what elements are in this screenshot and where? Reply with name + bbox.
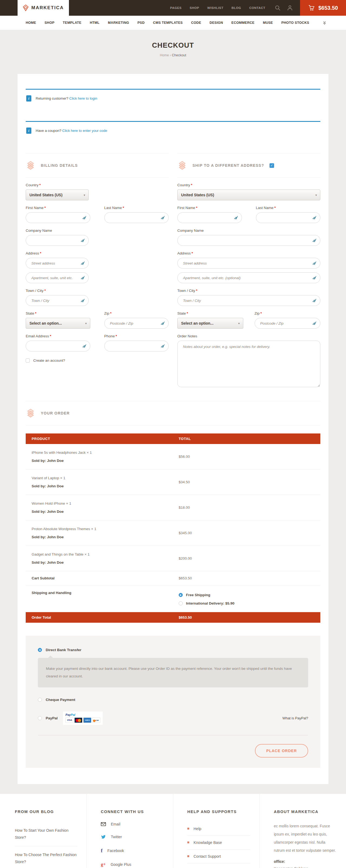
main-menu: HOME SHOP TEMPLATE HTML MARKETING PSD CM…: [0, 16, 346, 30]
menu-item-marketing[interactable]: MARKETING: [108, 21, 129, 25]
shipping-zip-input[interactable]: [255, 318, 321, 329]
twitter-icon: [101, 834, 106, 840]
ship-different-checkbox[interactable]: ✓: [270, 163, 274, 168]
chevron-down-icon[interactable]: [322, 21, 326, 25]
autofill-icon[interactable]: [312, 216, 316, 220]
login-link[interactable]: Click here to login: [69, 96, 97, 100]
menu-item-code[interactable]: CODE: [191, 21, 201, 25]
place-order-button[interactable]: PLACE ORDER: [255, 744, 308, 757]
menu-item-muse[interactable]: MUSE: [263, 21, 273, 25]
blog-link[interactable]: How To Start Your Own Fashion Store?: [15, 822, 77, 847]
paypal-radio[interactable]: [38, 716, 42, 720]
billing-first-name-input[interactable]: [26, 212, 90, 223]
shipping-country-select[interactable]: United States (US) ▾: [177, 189, 320, 200]
footer-connect-title: CONNECT WITH US: [101, 809, 164, 814]
cheque-payment-radio[interactable]: [38, 698, 42, 702]
free-shipping-radio[interactable]: [179, 593, 183, 597]
billing-phone-input[interactable]: [104, 341, 169, 351]
shipping-first-name-input[interactable]: [177, 212, 242, 223]
billing-town-input[interactable]: [26, 295, 89, 306]
autofill-icon[interactable]: [82, 216, 86, 220]
social-twitter-link[interactable]: Twitter: [101, 834, 164, 840]
top-nav-contact[interactable]: CONTACT: [249, 6, 266, 9]
top-header: MARKETICA PAGES SHOP WISHLIST BLOG CONTA…: [0, 0, 346, 16]
footer: FROM OUR BLOG How To Start Your Own Fash…: [0, 794, 346, 868]
top-nav-shop[interactable]: SHOP: [190, 6, 199, 9]
billing-country-select[interactable]: United States (US) ▾: [26, 189, 89, 200]
menu-item-ecommerce[interactable]: ECOMMERCE: [231, 21, 254, 25]
shipping-state-select[interactable]: Select an option... ▾: [177, 318, 243, 329]
autofill-icon[interactable]: [80, 261, 85, 265]
autofill-icon[interactable]: [80, 298, 85, 303]
bank-transfer-description: Make your payment directly into our bank…: [38, 658, 308, 687]
order-notes-textarea[interactable]: [177, 341, 320, 387]
social-facebook-link[interactable]: f Facebook: [101, 848, 164, 854]
shipping-street-input[interactable]: [177, 258, 320, 269]
cart-button[interactable]: $653.50: [300, 0, 346, 16]
autofill-icon[interactable]: [312, 321, 316, 326]
order-row: iPhone 5s with Headphones Jack × 1 Sold …: [26, 444, 320, 469]
brand-name: MARKETICA: [31, 5, 64, 10]
footer-about-column: ABOUT MARKETICA ec mollis lorem consequa…: [260, 794, 346, 868]
column-product: PRODUCT: [32, 437, 179, 441]
shipping-apartment-input[interactable]: [177, 272, 320, 283]
billing-zip-input[interactable]: [104, 318, 169, 329]
autofill-icon[interactable]: [80, 238, 85, 243]
billing-email-input[interactable]: [26, 341, 90, 351]
brand-logo[interactable]: MARKETICA: [18, 0, 69, 16]
autofill-icon[interactable]: [161, 344, 165, 348]
layers-icon: [26, 408, 35, 418]
faq-link[interactable]: FAQ: [187, 863, 250, 868]
menu-item-home[interactable]: HOME: [26, 21, 36, 25]
layers-icon: [177, 160, 187, 170]
international-delivery-radio[interactable]: [179, 601, 183, 606]
billing-company-input[interactable]: [26, 235, 89, 246]
autofill-icon[interactable]: [161, 216, 165, 220]
billing-apartment-input[interactable]: [26, 272, 89, 283]
chevron-down-icon: ▾: [85, 322, 86, 325]
email-icon: [101, 822, 106, 826]
menu-item-design[interactable]: DESIGN: [209, 21, 223, 25]
shipping-town-input[interactable]: [177, 295, 320, 306]
menu-item-photo-stocks[interactable]: PHOTO STOCKS: [281, 21, 309, 25]
top-nav: PAGES SHOP WISHLIST BLOG CONTACT: [170, 6, 265, 9]
autofill-icon[interactable]: [82, 344, 86, 348]
autofill-icon[interactable]: [80, 276, 85, 280]
autofill-icon[interactable]: [234, 216, 238, 220]
menu-item-psd[interactable]: PSD: [137, 21, 145, 25]
breadcrumb-home[interactable]: Home: [160, 53, 169, 57]
autofill-icon[interactable]: [312, 261, 316, 265]
account-icon[interactable]: [287, 5, 293, 11]
coupon-link[interactable]: Click here to enter your code: [62, 129, 107, 133]
autofill-icon[interactable]: [312, 298, 316, 303]
bank-transfer-radio[interactable]: [38, 648, 42, 652]
menu-item-cms-templates[interactable]: CMS TEMPLATES: [153, 21, 183, 25]
billing-last-name-input[interactable]: [104, 212, 169, 223]
social-email-link[interactable]: Email: [101, 822, 164, 826]
billing-state-select[interactable]: Select an option... ▾: [26, 318, 90, 329]
autofill-icon[interactable]: [161, 321, 165, 326]
footer-about-title: ABOUT MARKETICA: [274, 809, 337, 814]
billing-title: BILLING DETAILS: [41, 163, 78, 167]
search-icon[interactable]: [275, 5, 281, 11]
menu-item-template[interactable]: TEMPLATE: [63, 21, 81, 25]
shipping-company-input[interactable]: [177, 235, 320, 246]
what-is-paypal-link[interactable]: What is PayPal?: [282, 716, 308, 720]
blog-link[interactable]: How To Choose The Perfect Fashion Store?: [15, 846, 77, 868]
top-nav-pages[interactable]: PAGES: [170, 6, 181, 9]
order-row: Gadget and Things on the Table × 1 Sold …: [26, 546, 320, 571]
contact-support-link[interactable]: Contact Support: [187, 849, 250, 863]
menu-item-shop[interactable]: SHOP: [45, 21, 55, 25]
create-account-checkbox[interactable]: [26, 359, 30, 363]
top-nav-blog[interactable]: BLOG: [232, 6, 241, 9]
billing-street-input[interactable]: [26, 258, 89, 269]
top-nav-wishlist[interactable]: WISHLIST: [207, 6, 223, 9]
autofill-icon[interactable]: [312, 238, 316, 243]
social-googleplus-link[interactable]: g+ Google Plus: [101, 862, 164, 867]
help-link[interactable]: Help: [187, 822, 250, 836]
autofill-icon[interactable]: [312, 276, 316, 280]
knowledge-base-link[interactable]: Knowladge Base: [187, 836, 250, 849]
shipping-last-name-input[interactable]: [256, 212, 321, 223]
menu-item-html[interactable]: HTML: [90, 21, 100, 25]
layers-icon: [26, 160, 35, 170]
